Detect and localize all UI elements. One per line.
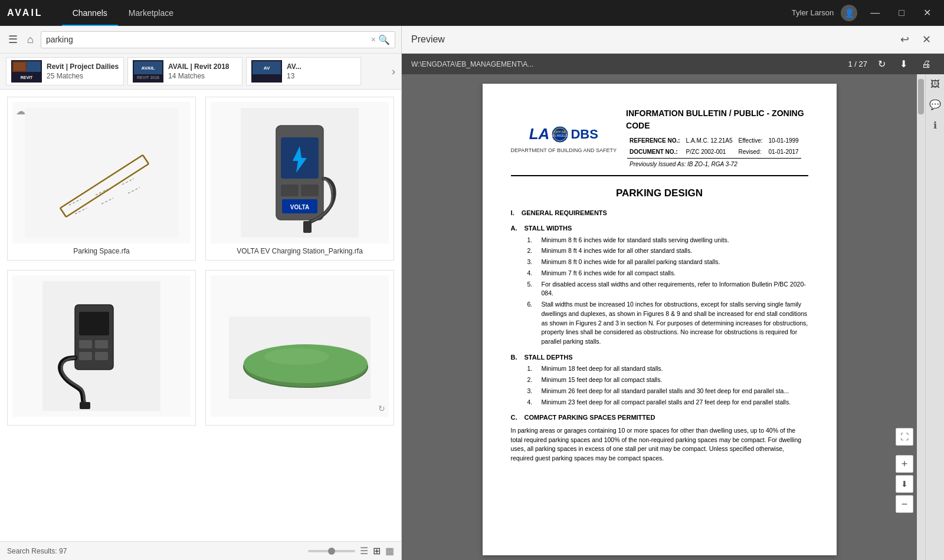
pdf-sidebar-image-icon[interactable]: 🖼 bbox=[930, 79, 940, 90]
result-item-ev-charger[interactable]: VOLTA VOLTA EV Charging Station_Parking.… bbox=[205, 97, 394, 261]
channel-info-2: AVAIL | Revit 2018 14 Matches bbox=[168, 62, 229, 80]
pdf-meta-table: REFERENCE NO.: L.A.M.C. 12.21A5 Effectiv… bbox=[626, 134, 802, 170]
main-layout: ☰ ⌂ × 🔍 REVIT bbox=[0, 26, 944, 560]
svg-rect-12 bbox=[25, 108, 178, 238]
dbs-logo: DBS bbox=[571, 124, 598, 144]
channel-name-3: AV... bbox=[287, 62, 301, 71]
search-bar: × 🔍 bbox=[41, 31, 395, 48]
svg-rect-37 bbox=[79, 352, 92, 360]
pdf-section-A-header: A. STALL WIDTHS bbox=[511, 223, 808, 233]
home-icon[interactable]: ⌂ bbox=[25, 31, 36, 48]
tab-marketplace[interactable]: Marketplace bbox=[118, 0, 184, 26]
svg-rect-3 bbox=[27, 61, 41, 72]
result-item-ev-charger2[interactable] bbox=[7, 270, 196, 426]
svg-text:LOS ANGELES: LOS ANGELES bbox=[551, 134, 569, 137]
seal-icon: CITY OF LOS ANGELES bbox=[550, 125, 569, 144]
svg-rect-34 bbox=[79, 312, 109, 335]
svg-text:REVIT: REVIT bbox=[21, 75, 33, 80]
channel-matches-2: 14 Matches bbox=[168, 72, 229, 80]
channel-item-revit-dailies[interactable]: REVIT Revit | Project Dailies 25 Matches bbox=[6, 57, 124, 85]
preview-header: Preview ↩ ✕ bbox=[402, 26, 944, 54]
result-item-parking-pad[interactable]: ↻ bbox=[205, 270, 394, 426]
maximize-button[interactable]: □ bbox=[893, 5, 910, 21]
preview-close-button[interactable]: ✕ bbox=[919, 32, 935, 47]
fit-zoom-button[interactable]: ⛶ bbox=[896, 428, 913, 446]
svg-rect-38 bbox=[95, 352, 108, 360]
bottom-bar: Search Results: 97 ☰ ⊞ ▦ bbox=[0, 541, 401, 560]
view-size-slider[interactable] bbox=[308, 550, 355, 552]
svg-text:AVAIL: AVAIL bbox=[142, 65, 155, 71]
pdf-page-content: LA CITY OF LOS ANGELES DBS DE bbox=[483, 84, 837, 555]
pdf-doc-title: INFORMATION BULLETIN / PUBLIC - ZONING C… bbox=[626, 107, 808, 132]
svg-rect-2 bbox=[14, 62, 25, 71]
channel-item-avail-revit[interactable]: AVAIL REVIT 2018 AVAIL | Revit 2018 14 M… bbox=[127, 57, 242, 85]
list-item: 1.Minimum 8 ft 6 inches wide for standar… bbox=[511, 236, 808, 245]
pdf-section-I: I. GENERAL REQUIREMENTS bbox=[511, 208, 808, 218]
svg-rect-35 bbox=[79, 340, 92, 348]
channel-info-3: AV... 13 bbox=[287, 62, 301, 80]
pdf-main-title: PARKING DESIGN bbox=[511, 186, 808, 201]
pdf-sidebar-info-icon[interactable]: ℹ bbox=[933, 120, 937, 131]
list-item: 4.Minimum 7 ft 6 inches wide for all com… bbox=[511, 269, 808, 278]
stall-depths-list: 1.Minimum 18 feet deep for all standard … bbox=[511, 364, 808, 407]
channel-matches-1: 25 Matches bbox=[47, 72, 119, 80]
channel-next-icon[interactable]: › bbox=[392, 65, 395, 78]
preview-actions: ↩ ✕ bbox=[897, 32, 935, 47]
svg-text:CITY OF: CITY OF bbox=[555, 130, 566, 134]
minimize-button[interactable]: — bbox=[864, 5, 886, 21]
result-thumb-parking-pad: ↻ bbox=[211, 275, 389, 417]
result-label-ev-charger: VOLTA EV Charging Station_Parking.rfa bbox=[237, 247, 363, 255]
pdf-refresh-button[interactable]: ↻ bbox=[874, 57, 889, 71]
pdf-title-block: INFORMATION BULLETIN / PUBLIC - ZONING C… bbox=[626, 107, 808, 170]
pdf-viewer: W:\ENGDATA\EB_MANAGEMENT\A... 1 / 27 ↻ ⬇… bbox=[402, 54, 944, 560]
user-name: Tyler Larson bbox=[792, 8, 834, 17]
zoom-out-button[interactable]: − bbox=[896, 495, 913, 513]
pdf-sidebar-comment-icon[interactable]: 💬 bbox=[929, 99, 941, 110]
close-button[interactable]: ✕ bbox=[917, 5, 937, 21]
preview-back-button[interactable]: ↩ bbox=[897, 32, 913, 47]
result-item-parking-space[interactable]: ☁ bbox=[7, 97, 196, 261]
stall-widths-list: 1.Minimum 8 ft 6 inches wide for standar… bbox=[511, 236, 808, 347]
svg-rect-39 bbox=[80, 402, 90, 409]
pdf-section-A: A. STALL WIDTHS 1.Minimum 8 ft 6 inches … bbox=[511, 223, 808, 347]
channel-name-2: AVAIL | Revit 2018 bbox=[168, 62, 229, 71]
list-item: 1.Minimum 18 feet deep for all standard … bbox=[511, 364, 808, 374]
channel-matches-3: 13 bbox=[287, 72, 301, 80]
pdf-logo-box: LA CITY OF LOS ANGELES DBS DE bbox=[511, 123, 617, 155]
zoom-in-button[interactable]: + bbox=[896, 455, 913, 473]
svg-rect-29 bbox=[303, 221, 312, 233]
pdf-print-button[interactable]: 🖨 bbox=[918, 58, 935, 71]
svg-text:REVIT 2018: REVIT 2018 bbox=[137, 75, 159, 80]
svg-rect-27 bbox=[281, 185, 299, 196]
pdf-outer: LA CITY OF LOS ANGELES DBS DE bbox=[402, 74, 944, 560]
channel-info-1: Revit | Project Dailies 25 Matches bbox=[47, 62, 119, 80]
pdf-section-B: B. STALL DEPTHS 1.Minimum 18 feet deep f… bbox=[511, 353, 808, 407]
results-grid: ☁ bbox=[7, 97, 394, 426]
refresh-icon: ↻ bbox=[378, 404, 385, 413]
tab-channels[interactable]: Channels bbox=[62, 0, 118, 26]
pdf-scrollbar-thumb bbox=[918, 79, 924, 114]
search-go-icon[interactable]: 🔍 bbox=[378, 34, 390, 45]
pdf-scrollbar[interactable] bbox=[917, 74, 925, 560]
menu-icon[interactable]: ☰ bbox=[6, 31, 20, 48]
pdf-scroll-area: LA CITY OF LOS ANGELES DBS DE bbox=[402, 74, 917, 560]
svg-point-43 bbox=[264, 348, 329, 365]
avatar: 👤 bbox=[841, 5, 857, 21]
pdf-download-button[interactable]: ⬇ bbox=[896, 57, 911, 71]
search-input[interactable] bbox=[46, 35, 371, 44]
channel-row: REVIT Revit | Project Dailies 25 Matches… bbox=[0, 54, 401, 90]
list-item: 2.Minimum 15 feet deep for all compact s… bbox=[511, 375, 808, 385]
list-item: 6.Stall widths must be increased 10 inch… bbox=[511, 300, 808, 347]
list-item: 3.Minimum 8 ft 0 inches wide for all par… bbox=[511, 258, 808, 267]
detail-view-icon[interactable]: ▦ bbox=[385, 545, 394, 556]
result-thumb-ev-charger: VOLTA bbox=[211, 102, 389, 243]
list-view-icon[interactable]: ☰ bbox=[360, 545, 368, 556]
list-item: 3.Minimum 26 feet deep for all standard … bbox=[511, 387, 808, 396]
channel-item-av[interactable]: AV AV... 13 bbox=[246, 57, 361, 85]
pdf-section-B-header: B. STALL DEPTHS bbox=[511, 353, 808, 363]
search-clear-icon[interactable]: × bbox=[371, 35, 376, 44]
zoom-download-button[interactable]: ⬇ bbox=[896, 475, 913, 493]
pdf-path: W:\ENGDATA\EB_MANAGEMENT\A... bbox=[411, 60, 841, 68]
svg-text:VOLTA: VOLTA bbox=[290, 204, 309, 210]
grid-view-icon[interactable]: ⊞ bbox=[373, 545, 381, 556]
